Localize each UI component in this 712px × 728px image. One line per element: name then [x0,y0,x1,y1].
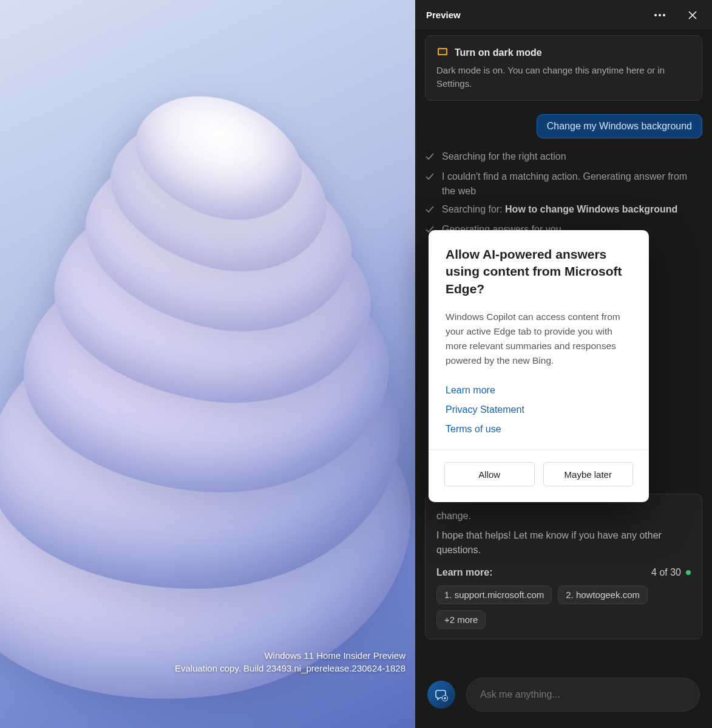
dark-mode-card: Turn on dark mode Dark mode is on. You c… [425,35,702,101]
status-searching-action: Searching for the right action [425,149,702,166]
check-icon [425,171,435,186]
watermark-line1: Windows 11 Home Insider Preview [175,649,405,662]
message-count: 4 of 30 [651,567,691,578]
answer-closing: I hope that helps! Let me know if you ha… [436,528,691,557]
svg-rect-4 [439,49,446,54]
source-chip[interactable]: 2. howtogeek.com [558,585,648,604]
allow-button[interactable]: Allow [444,462,535,486]
desktop-wallpaper: Windows 11 Home Insider Preview Evaluati… [0,0,415,728]
modal-title: Allow AI-powered answers using content f… [446,246,632,298]
source-chips: 1. support.microsoft.com 2. howtogeek.co… [436,585,691,629]
check-icon [425,151,435,166]
answer-step-fragment: change. [436,509,691,523]
more-options-icon[interactable] [651,7,668,24]
source-chip[interactable]: 1. support.microsoft.com [436,585,552,604]
edge-consent-modal: Allow AI-powered answers using content f… [429,230,649,502]
dark-mode-icon [436,46,449,60]
terms-of-use-link[interactable]: Terms of use [446,424,632,435]
dark-mode-subtitle: Dark mode is on. You can change this any… [436,64,691,90]
close-icon[interactable] [684,7,701,24]
svg-point-1 [659,14,661,16]
status-searching-query: Searching for: How to change Windows bac… [425,202,702,219]
new-topic-button[interactable] [427,681,455,709]
answer-card: change. I hope that helps! Let me know i… [425,494,702,639]
watermark: Windows 11 Home Insider Preview Evaluati… [175,649,405,675]
learn-more-label: Learn more: [436,567,492,578]
maybe-later-button[interactable]: Maybe later [543,462,634,486]
status-dot-icon [686,570,691,575]
ask-input[interactable] [466,678,700,712]
sidebar-header: Preview [415,0,712,30]
check-icon [425,204,435,219]
status-no-matching-action: I couldn't find a matching action. Gener… [425,169,702,199]
privacy-statement-link[interactable]: Privacy Statement [446,404,632,415]
watermark-line2: Evaluation copy. Build 23493.ni_prerelea… [175,662,405,675]
user-message: Change my Windows background [537,114,702,138]
modal-description: Windows Copilot can access content from … [446,310,632,368]
bloom-graphic [0,67,415,662]
dark-mode-title: Turn on dark mode [455,47,542,58]
composer [415,661,712,728]
learn-more-link[interactable]: Learn more [446,385,632,396]
svg-point-2 [663,14,665,16]
sidebar-title: Preview [426,10,651,20]
svg-point-0 [654,14,657,16]
source-chip-more[interactable]: +2 more [436,610,486,629]
